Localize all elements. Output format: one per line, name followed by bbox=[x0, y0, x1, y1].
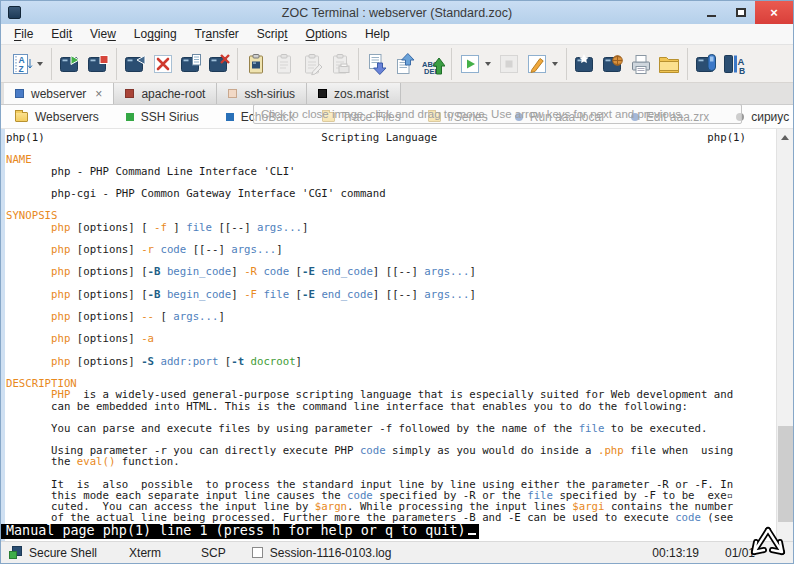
toolbar-group bbox=[52, 48, 117, 80]
connection-type[interactable]: Secure Shell bbox=[29, 546, 97, 560]
terminal-message-button[interactable] bbox=[121, 50, 149, 78]
connect-button[interactable] bbox=[56, 50, 84, 78]
menu-transfer[interactable]: Transfer bbox=[186, 27, 248, 41]
menu-edit[interactable]: Edit bbox=[42, 27, 81, 41]
fullscreen-button[interactable] bbox=[571, 50, 599, 78]
clipboard-button bbox=[270, 50, 298, 78]
terminal-line: the eval() function. bbox=[6, 456, 775, 467]
terminal-line: php [options] -a bbox=[6, 333, 775, 344]
download-file-icon bbox=[365, 52, 389, 76]
host-directory-button[interactable]: AZ bbox=[8, 50, 36, 78]
status-bar: Secure Shell Xterm SCP Session-1116-0103… bbox=[1, 541, 793, 563]
menu-options[interactable]: Options bbox=[297, 27, 356, 41]
delete-session-button[interactable] bbox=[149, 50, 177, 78]
quick-button-i-series[interactable]: i/Series bbox=[428, 110, 488, 124]
quick-button-trace-files[interactable]: Trace Files bbox=[322, 110, 401, 124]
fullscreen-icon bbox=[573, 52, 597, 76]
clipboard-icon bbox=[272, 52, 296, 76]
text-cursor bbox=[468, 533, 476, 535]
print-button[interactable] bbox=[627, 50, 655, 78]
quick-button-label: Webservers bbox=[35, 110, 99, 124]
menu-file[interactable]: File bbox=[5, 27, 42, 41]
send-text-button[interactable]: ABCDEF bbox=[419, 50, 447, 78]
tab-session-icon bbox=[318, 89, 327, 98]
quick-button-label: сириус bbox=[751, 110, 789, 124]
tab-webserver[interactable]: webserver× bbox=[4, 83, 114, 104]
maximize-button[interactable] bbox=[726, 1, 755, 24]
menu-view[interactable]: View bbox=[81, 27, 125, 41]
menu-script[interactable]: Script bbox=[248, 27, 297, 41]
tab-apache-root[interactable]: apache-root bbox=[114, 83, 217, 104]
terminal-line: can be embedded into HTML. This is the c… bbox=[6, 401, 775, 412]
disconnect-button[interactable] bbox=[84, 50, 112, 78]
transfer-protocol[interactable]: SCP bbox=[201, 546, 226, 560]
quick-button-echoback[interactable]: EchoBack bbox=[226, 110, 295, 124]
dot-icon bbox=[736, 113, 744, 121]
terminal[interactable]: php(1) Scripting Language php(1) NAME ph… bbox=[1, 129, 793, 541]
terminal-left-strip bbox=[1, 129, 5, 541]
host-keys-button[interactable] bbox=[692, 50, 720, 78]
upload-file-button[interactable] bbox=[391, 50, 419, 78]
quick-button-label: Edit aaa.zrx bbox=[646, 110, 709, 124]
quick-button-label: Trace Files bbox=[342, 110, 401, 124]
host-keys-icon bbox=[694, 52, 718, 76]
toolbar: AZABCDEFAB bbox=[1, 45, 793, 83]
open-folder-button[interactable] bbox=[655, 50, 683, 78]
title-bar[interactable]: ZOC Terminal : webserver (Standard.zoc) … bbox=[1, 1, 793, 24]
terminal-line: php [options] -S addr:port [-t docroot] bbox=[6, 356, 775, 367]
folder-icon bbox=[428, 112, 441, 122]
edit-script-button[interactable] bbox=[523, 50, 551, 78]
folder-icon bbox=[15, 112, 28, 122]
font-button[interactable]: AB bbox=[720, 50, 748, 78]
stop-script-icon bbox=[497, 52, 521, 76]
terminal-close-icon bbox=[207, 52, 231, 76]
tab-zos.marist[interactable]: zos.marist bbox=[307, 83, 401, 104]
log-checkbox[interactable] bbox=[252, 547, 263, 558]
quick-button-label: i/Series bbox=[448, 110, 488, 124]
terminal-output: php(1) Scripting Language php(1) NAME ph… bbox=[6, 132, 775, 524]
run-script-button[interactable] bbox=[456, 50, 484, 78]
tab-label: apache-root bbox=[141, 87, 205, 101]
dropdown-caret-icon[interactable] bbox=[485, 62, 491, 66]
terminal-document-button[interactable] bbox=[177, 50, 205, 78]
scrollbar[interactable] bbox=[776, 129, 793, 541]
terminal-close-button[interactable] bbox=[205, 50, 233, 78]
tab-bar: webserver×apache-rootssh-siriuszos.maris… bbox=[1, 83, 793, 105]
toolbar-group bbox=[567, 48, 688, 80]
quick-button-run-aaa-local[interactable]: Run aaa-local bbox=[515, 110, 604, 124]
host-directory-icon: AZ bbox=[10, 52, 34, 76]
clipboard-print-button bbox=[326, 50, 354, 78]
dropdown-caret-icon[interactable] bbox=[37, 62, 43, 66]
terminal-line: You can parse and execute files by using… bbox=[6, 423, 775, 434]
terminal-line: php [options] [-B begin_code] -R code [-… bbox=[6, 266, 775, 277]
paste-button[interactable] bbox=[242, 50, 270, 78]
menu-help[interactable]: Help bbox=[356, 27, 399, 41]
tab-ssh-sirius[interactable]: ssh-sirius bbox=[217, 83, 307, 104]
log-file-name[interactable]: Session-1116-0103.log bbox=[270, 546, 392, 560]
scrollbar-thumb[interactable] bbox=[778, 426, 793, 522]
menu-logging[interactable]: Logging bbox=[125, 27, 186, 41]
clipboard-print-icon bbox=[328, 52, 352, 76]
dropdown-caret-icon[interactable] bbox=[552, 62, 558, 66]
quick-button-ssh-sirius[interactable]: SSH Sirius bbox=[126, 110, 199, 124]
window-controls: × bbox=[697, 1, 793, 24]
quick-button-label: Run aaa-local bbox=[530, 110, 604, 124]
terminal-line: php [options] -r code [[--] args...] bbox=[6, 244, 775, 255]
font-icon: AB bbox=[722, 52, 746, 76]
scroll-up-button[interactable] bbox=[777, 129, 793, 144]
quick-button-webservers[interactable]: Webservers bbox=[15, 110, 99, 124]
minimize-button[interactable] bbox=[697, 1, 726, 24]
tab-close-icon[interactable]: × bbox=[95, 88, 102, 100]
quick-button-edit-aaa-zrx[interactable]: Edit aaa.zrx bbox=[631, 110, 709, 124]
run-script-icon bbox=[458, 52, 482, 76]
svg-text:Z: Z bbox=[19, 64, 24, 74]
square-icon bbox=[226, 113, 234, 121]
quick-button--[interactable]: сириус bbox=[736, 110, 789, 124]
toolbar-group: AB bbox=[688, 48, 752, 80]
emulation-type[interactable]: Xterm bbox=[129, 546, 161, 560]
window-title: ZOC Terminal : webserver (Standard.zoc) bbox=[1, 6, 793, 20]
session-options-button[interactable] bbox=[599, 50, 627, 78]
download-file-button[interactable] bbox=[363, 50, 391, 78]
terminal-line: php [options] [ -f ] file [[--] args...] bbox=[6, 222, 775, 233]
close-button[interactable]: × bbox=[755, 1, 793, 24]
